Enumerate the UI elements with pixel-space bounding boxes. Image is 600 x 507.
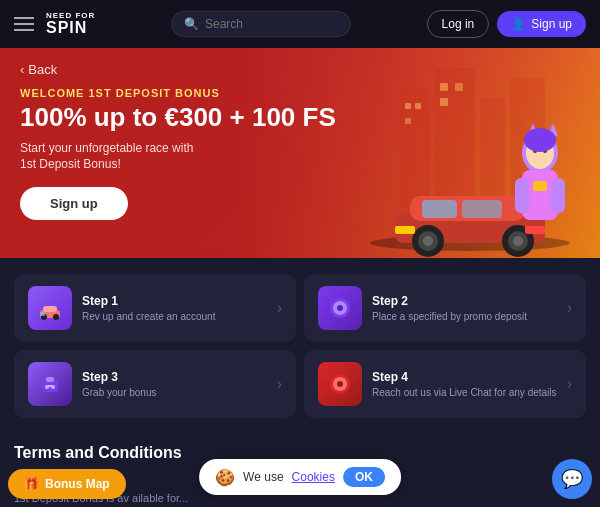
step-2-desc: Place a specified by promo deposit bbox=[372, 310, 557, 323]
main-header: NEED FOR SPIN 🔍 Log in 👤 Sign up bbox=[0, 0, 600, 48]
step-1-desc: Rev up and create an account bbox=[82, 310, 267, 323]
step-1-title: Step 1 bbox=[82, 294, 267, 308]
header-left: NEED FOR SPIN bbox=[14, 12, 95, 36]
step-1-arrow: › bbox=[277, 299, 282, 317]
svg-rect-35 bbox=[43, 306, 57, 312]
chat-button[interactable]: 💬 bbox=[552, 459, 592, 499]
logo-spin-text: SPIN bbox=[46, 20, 95, 36]
svg-rect-38 bbox=[40, 312, 45, 316]
hero-section: ‹ Back WELCOME 1ST DEPOSIT BONUS 100% up… bbox=[0, 48, 600, 258]
terms-text-continued: ailable for... bbox=[132, 492, 188, 504]
step-card-3[interactable]: Step 3 Grab your bonus › bbox=[14, 350, 296, 418]
step-2-title: Step 2 bbox=[372, 294, 557, 308]
search-input[interactable] bbox=[205, 17, 338, 31]
cookie-text: We use bbox=[243, 470, 283, 484]
hero-content: ‹ Back WELCOME 1ST DEPOSIT BONUS 100% up… bbox=[0, 48, 600, 234]
welcome-title: WELCOME 1ST DEPOSIT BONUS bbox=[20, 87, 580, 99]
gift-icon: 🎁 bbox=[24, 477, 39, 491]
search-icon: 🔍 bbox=[184, 17, 199, 31]
step-4-desc: Reach out us via Live Chat for any detai… bbox=[372, 386, 557, 399]
svg-rect-43 bbox=[46, 377, 54, 382]
signup-button-header[interactable]: 👤 Sign up bbox=[497, 11, 586, 37]
step-icon-2 bbox=[318, 286, 362, 330]
step-3-desc: Grab your bonus bbox=[82, 386, 267, 399]
search-bar[interactable]: 🔍 bbox=[171, 11, 351, 37]
user-icon: 👤 bbox=[511, 17, 526, 31]
svg-rect-46 bbox=[48, 385, 52, 387]
cookie-ok-button[interactable]: OK bbox=[343, 467, 385, 487]
bonus-map-button[interactable]: 🎁 Bonus Map bbox=[8, 469, 126, 499]
hero-signup-button[interactable]: Sign up bbox=[20, 187, 128, 220]
step-icon-4 bbox=[318, 362, 362, 406]
logo[interactable]: NEED FOR SPIN bbox=[46, 12, 95, 36]
step-2-arrow: › bbox=[567, 299, 572, 317]
step-card-4[interactable]: Step 4 Reach out us via Live Chat for an… bbox=[304, 350, 586, 418]
main-container: ‹ Back WELCOME 1ST DEPOSIT BONUS 100% up… bbox=[0, 48, 600, 507]
step-3-arrow: › bbox=[277, 375, 282, 393]
step-text-2: Step 2 Place a specified by promo deposi… bbox=[372, 294, 557, 323]
step-icon-3 bbox=[28, 362, 72, 406]
back-link[interactable]: ‹ Back bbox=[20, 62, 580, 77]
steps-grid: Step 1 Rev up and create an account › St… bbox=[14, 274, 586, 418]
step-icon-1 bbox=[28, 286, 72, 330]
step-text-1: Step 1 Rev up and create an account bbox=[82, 294, 267, 323]
svg-point-49 bbox=[337, 381, 343, 387]
svg-point-41 bbox=[337, 305, 343, 311]
step-3-title: Step 3 bbox=[82, 370, 267, 384]
login-button[interactable]: Log in bbox=[427, 10, 490, 38]
cookie-link[interactable]: Cookies bbox=[292, 470, 335, 484]
back-arrow-icon: ‹ bbox=[20, 62, 24, 77]
step-4-arrow: › bbox=[567, 375, 572, 393]
svg-point-17 bbox=[423, 236, 433, 246]
step-text-3: Step 3 Grab your bonus bbox=[82, 370, 267, 399]
hero-subtext: Start your unforgetable race with1st Dep… bbox=[20, 140, 240, 174]
svg-point-20 bbox=[513, 236, 523, 246]
cookie-icon: 🍪 bbox=[215, 468, 235, 487]
back-label: Back bbox=[28, 62, 57, 77]
cookie-banner: 🍪 We use Cookies OK bbox=[199, 459, 401, 495]
bonus-map-label: Bonus Map bbox=[45, 477, 110, 491]
step-4-title: Step 4 bbox=[372, 370, 557, 384]
svg-point-37 bbox=[53, 314, 59, 320]
header-right: Log in 👤 Sign up bbox=[427, 10, 586, 38]
step-card-1[interactable]: Step 1 Rev up and create an account › bbox=[14, 274, 296, 342]
hero-heading: 100% up to €300 + 100 FS bbox=[20, 103, 580, 132]
steps-section: Step 1 Rev up and create an account › St… bbox=[0, 258, 600, 430]
hamburger-menu[interactable] bbox=[14, 17, 34, 31]
step-text-4: Step 4 Reach out us via Live Chat for an… bbox=[372, 370, 557, 399]
chat-icon: 💬 bbox=[561, 468, 583, 490]
step-card-2[interactable]: Step 2 Place a specified by promo deposi… bbox=[304, 274, 586, 342]
